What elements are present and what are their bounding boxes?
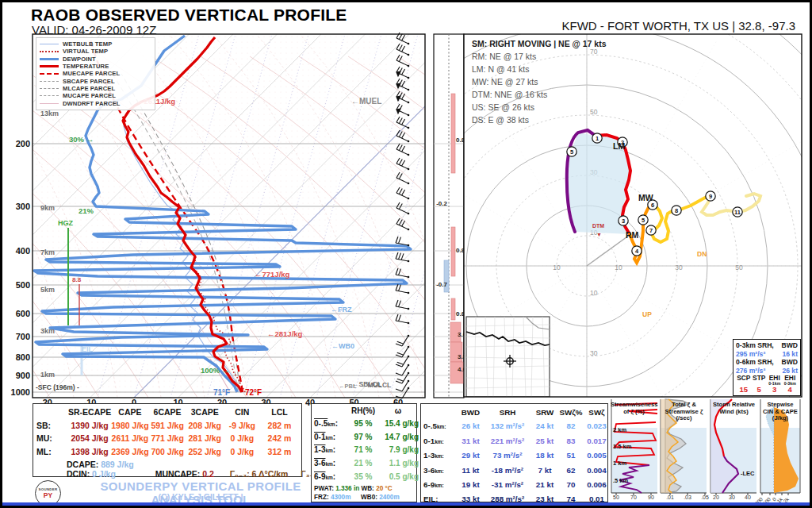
storm-motion-line: RM: NE @ 17 kts <box>472 50 607 63</box>
thermo-header-cell: LCL <box>261 406 298 419</box>
hodograph-km-marker-label: 5 <box>642 217 645 224</box>
omega-value-label: -0.2 <box>436 200 447 207</box>
rh-value-cell: 97 % <box>349 431 377 444</box>
right-mover-label: RM <box>626 230 639 240</box>
pressure-tick-label: 700 <box>16 332 30 341</box>
composite-indices-row: SCP15STP5EHI0-1km3EHI0-3km4 <box>736 375 798 392</box>
height-label: 1km <box>40 371 55 379</box>
muel-annotation: ←MUEL <box>351 97 381 106</box>
frz-label: FRZ: <box>314 494 329 501</box>
wb-value: 20 °C <box>376 485 393 492</box>
panel-height-label: 1.5 km <box>613 443 632 450</box>
kinematics-header-cell: SRH <box>484 406 531 419</box>
composite-index-name: EHI <box>767 375 783 381</box>
moisture-row-label: 6-9km: <box>314 471 349 484</box>
mulcl-annotation: ←MULCL <box>361 381 391 389</box>
srh3-value: 295 m²/s² <box>736 350 765 359</box>
hodograph-ring-label: 10 <box>553 264 561 271</box>
hodograph-ring-label: 10 <box>615 264 622 271</box>
srh-scp-info-box: 0-3km SRH,BWD 295 m²/s²16 kt 0-6km SRH,B… <box>733 339 801 396</box>
legend-item-label: WETBULB TEMP <box>63 40 112 48</box>
kinematics-value-cell: 7 kt <box>531 464 558 478</box>
dtm-marker-icon: ▼ <box>596 232 602 237</box>
kinematics-row-label: 1-3km: <box>423 448 458 463</box>
legend-item: SBCAPE PARCEL <box>40 77 151 84</box>
panel-height-label: 2 km <box>613 426 626 433</box>
kinematics-value-cell: 25 kt <box>531 434 558 448</box>
thermo-value-cell: 771 J/kg <box>149 432 186 445</box>
legend-item-label: VIRTUAL TEMP <box>63 48 108 55</box>
thermo-header-cell: SR-ECAPE <box>68 406 111 419</box>
storm-motion-block: SM: RIGHT MOVING | NE @ 17 ktsRM: NE @ 1… <box>472 37 607 126</box>
thermo-value-cell: 2054 J/kg <box>68 432 111 445</box>
eil-annotation: EIL <box>82 345 94 353</box>
composite-index-name: EHI <box>783 375 799 381</box>
kinematics-value-cell: 11 kt <box>458 464 484 478</box>
legend-item: DWNDRFT PARCEL <box>40 99 151 106</box>
kinematics-header-cell: SWζ <box>584 406 610 419</box>
moisture-row-label: 0-1km: <box>314 431 349 444</box>
height-label: 5km <box>40 286 55 294</box>
panel-tick-label: 20 <box>713 495 719 500</box>
kinematics-row-label: 3-6km: <box>423 464 458 478</box>
composite-index-value: 15 <box>736 387 752 392</box>
dcape-label: DCAPE: <box>67 460 98 469</box>
storm-motion-line: DTM: NNE @ 16 kts <box>472 88 607 101</box>
kinematics-value-cell: 221 m²/s² <box>484 434 531 448</box>
thermo-header-cell: CAPE <box>111 406 148 419</box>
lapse-rate-0-3-label: Γ₀₋₃: <box>230 469 250 479</box>
thermo-value-cell: 281 J/kg <box>186 432 224 445</box>
cape-6km-annotation: ←771J/kg <box>255 270 290 279</box>
cape-3km-annotation: ←281J/kg <box>267 329 303 338</box>
hodograph-km-marker-label: 1 <box>596 135 599 142</box>
rh-value-cell: 71 % <box>349 444 377 457</box>
pwat-label: PWAT: <box>314 485 334 492</box>
kinematics-value-cell: 29 kt <box>458 448 484 463</box>
thermo-value-cell: 208 J/kg <box>186 419 224 433</box>
kinematics-value-cell: 73 m²/s² <box>484 448 531 463</box>
legend-item: WETBULB TEMP <box>40 40 151 48</box>
kinematics-value-cell: -31 m²/s² <box>484 478 531 492</box>
mean-wind-label: MW <box>638 193 653 202</box>
thermo-value-cell: 591 J/kg <box>149 419 186 433</box>
moisture-table: RH(%)ω0-.5km:95 %15.4 g/kg0-1km:97 %14.7… <box>311 403 417 502</box>
panel-tick-label: .03 <box>684 495 691 500</box>
panel-tick-label: 70 <box>630 495 637 500</box>
thermo-row-label: MU: <box>36 432 68 445</box>
pressure-tick-label: 900 <box>16 371 30 380</box>
kinematics-value-cell: 0.023 <box>584 419 610 433</box>
legend-item: TEMPERATURE <box>40 63 151 70</box>
srh3-label: 0-3km SRH, <box>736 341 774 350</box>
sounderpy-analysis-figure: 0.8-0.20.8-0.70.83.63.84.070503010103010… <box>0 0 812 508</box>
up-label: UP <box>642 310 652 318</box>
corner-cell <box>423 406 458 419</box>
legend-item-label: MLCAPE PARCEL <box>63 85 115 92</box>
kinematics-value-cell: 70 <box>558 478 584 492</box>
wb-label: WB: <box>361 485 373 492</box>
frz-value: 4300m <box>331 494 351 501</box>
composite-index-column: STP5 <box>752 375 768 392</box>
hodograph-ring-label: 50 <box>735 264 743 271</box>
thermo-value-cell: 700 J/kg <box>149 445 186 459</box>
thermo-value-cell: 0 J/kg <box>224 432 261 445</box>
kinematics-row-label: 0-.5km: <box>423 419 458 433</box>
kinematics-value-cell: 51 <box>558 448 584 463</box>
thermo-value-cell: 1398 J/kg <box>68 445 111 459</box>
kinematics-value-cell: 26 kt <box>458 419 484 433</box>
hail-size-annotation: 8.8 <box>72 276 82 283</box>
legend-item-label: SBCAPE PARCEL <box>63 78 115 85</box>
bwd6-label: BWD <box>781 358 798 367</box>
bwd3-value: 16 kt <box>782 350 798 359</box>
hodograph-km-marker-label: 3 <box>622 217 625 225</box>
kinematics-value-cell: 82 <box>558 419 584 433</box>
panel-tick-label: 30 <box>729 495 735 500</box>
legend-line-sample <box>40 58 59 60</box>
moisture-row-label: 0-.5km: <box>314 418 349 431</box>
muncape-value: 0.2 <box>202 469 214 479</box>
kinematics-table: BWDSRHSRWSWζ%SWζ0-.5km:26 kt132 m²/s²24 … <box>420 403 608 502</box>
storm-motion-line: LM: N @ 41 kts <box>472 63 607 75</box>
left-mover-label: LM <box>613 141 625 151</box>
dcin-value: 0 J/kg <box>92 469 116 479</box>
kinematics-value-cell: 31 kt <box>458 434 484 448</box>
panel-tick-label: .05 <box>701 495 709 500</box>
